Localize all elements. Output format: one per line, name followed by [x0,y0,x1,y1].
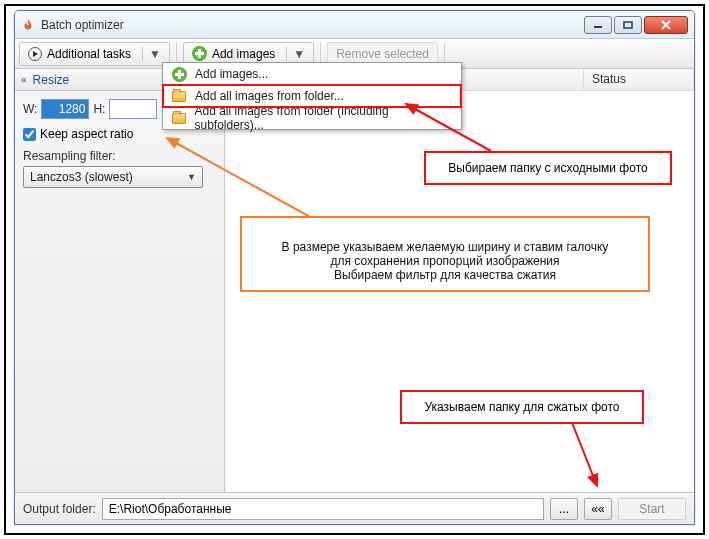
menu-label: Add all images from folder (including su… [195,104,454,132]
col-status[interactable]: Status [584,69,694,90]
resize-panel-title: Resize [33,73,70,87]
add-images-label: Add images [212,47,275,61]
close-button[interactable] [644,16,688,34]
menu-label: Add images... [195,67,268,81]
revert-button[interactable]: «« [584,498,612,520]
play-icon [28,47,42,61]
plus-icon [192,46,207,61]
titlebar: Batch optimizer [15,11,694,39]
annotation-3: Указываем папку для сжатых фото [400,390,644,424]
sidebar: « Resize W: H: Keep aspect ratio Resampl… [15,69,225,492]
plus-icon [172,67,187,82]
width-label: W: [23,102,37,116]
remove-selected-label: Remove selected [336,47,429,61]
chevron-down-icon: ▼ [187,172,196,182]
folder-icon [172,113,186,124]
output-folder-label: Output folder: [23,502,96,516]
svg-rect-1 [624,22,632,28]
svg-rect-0 [594,26,602,28]
output-folder-value: E:\Riot\Обработанные [109,502,232,516]
folder-icon [172,91,186,102]
minimize-button[interactable] [584,16,612,34]
start-button[interactable]: Start [618,498,686,520]
resampling-value: Lanczos3 (slowest) [30,170,133,184]
collapse-icon: « [21,74,27,85]
height-input[interactable] [109,99,157,119]
browse-button[interactable]: ... [550,498,578,520]
chevron-down-icon: ▼ [142,47,161,61]
additional-tasks-label: Additional tasks [47,47,131,61]
menu-label: Add all images from folder... [195,89,344,103]
annotation-1: Выбираем папку с исходными фото [424,151,672,185]
chevron-down-icon[interactable]: ▼ [286,47,305,61]
resampling-combo[interactable]: Lanczos3 (slowest) ▼ [23,166,203,188]
keep-aspect-label: Keep aspect ratio [40,127,133,141]
height-label: H: [93,102,105,116]
menu-add-folder-recursive[interactable]: Add all images from folder (including su… [163,107,461,129]
annotation-2: В размере указываем желаемую ширину и ст… [240,216,650,292]
app-icon [21,18,35,32]
bottom-bar: Output folder: E:\Riot\Обработанные ... … [15,492,694,524]
menu-add-images[interactable]: Add images... [163,63,461,85]
additional-tasks-button[interactable]: Additional tasks ▼ [19,42,170,66]
output-folder-field[interactable]: E:\Riot\Обработанные [102,498,544,520]
keep-aspect-checkbox[interactable] [23,128,36,141]
maximize-button[interactable] [614,16,642,34]
width-input[interactable] [41,99,89,119]
window-title: Batch optimizer [41,18,584,32]
tutorial-frame: Batch optimizer Additional tasks ▼ Add i… [4,4,705,535]
resampling-label: Resampling filter: [23,149,216,163]
add-images-menu: Add images... Add all images from folder… [162,62,462,130]
